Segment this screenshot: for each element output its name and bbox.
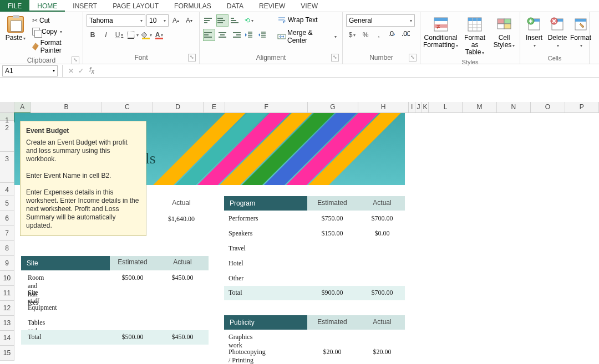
- cell: $450.00: [158, 333, 207, 341]
- enter-formula-button[interactable]: ✓: [78, 67, 84, 75]
- number-format-combo[interactable]: General▾: [346, 14, 415, 27]
- name-box[interactable]: A1▾: [2, 65, 58, 76]
- font-launcher[interactable]: ⤡: [188, 54, 196, 61]
- percent-button[interactable]: %: [359, 29, 372, 41]
- row-header-9[interactable]: 9: [0, 256, 14, 271]
- underline-button[interactable]: U▾: [113, 29, 125, 41]
- cancel-formula-button[interactable]: ✕: [68, 67, 74, 75]
- number-launcher[interactable]: ⤡: [409, 54, 417, 61]
- increase-decimal-button[interactable]: .0: [386, 29, 398, 41]
- comma-style-button[interactable]: ,: [373, 29, 385, 41]
- font-size-combo[interactable]: 10▾: [146, 14, 169, 27]
- row-header-3[interactable]: 3: [0, 152, 14, 183]
- row-header-7[interactable]: 7: [0, 226, 14, 241]
- increase-font-button[interactable]: A▴: [170, 14, 182, 27]
- section-header-program: Program: [224, 196, 307, 211]
- copy-button[interactable]: Copy▾: [30, 27, 79, 37]
- format-cells-button[interactable]: Format▾: [570, 14, 591, 50]
- col-header-C[interactable]: C: [102, 102, 153, 112]
- col-header-K[interactable]: K: [422, 102, 429, 112]
- cell: Estimated: [307, 318, 357, 326]
- cut-button[interactable]: ✂Cut: [30, 16, 79, 25]
- paste-button[interactable]: Paste▾: [3, 14, 28, 43]
- accounting-format-button[interactable]: $▾: [346, 29, 358, 41]
- tab-page-layout[interactable]: PAGE LAYOUT: [105, 0, 166, 12]
- orientation-button[interactable]: ⟲▾: [243, 14, 255, 27]
- tab-view[interactable]: VIEW: [293, 0, 326, 12]
- col-header-D[interactable]: D: [153, 102, 203, 112]
- tab-data[interactable]: DATA: [219, 0, 251, 12]
- col-header-G[interactable]: G: [308, 102, 358, 112]
- cell: Graphics work: [229, 333, 252, 350]
- col-header-J[interactable]: J: [415, 102, 422, 112]
- cell: Site staff: [28, 289, 39, 305]
- col-header-A[interactable]: A: [14, 102, 31, 112]
- align-left-button[interactable]: [203, 29, 215, 41]
- row-header-2[interactable]: 2: [0, 121, 14, 152]
- align-top-button[interactable]: [203, 14, 215, 27]
- section-header-publicity: Publicity: [224, 315, 307, 330]
- col-header-H[interactable]: H: [358, 102, 409, 112]
- row-header-13[interactable]: 13: [0, 316, 14, 331]
- row-header-4[interactable]: 4: [0, 183, 14, 196]
- clipboard-launcher[interactable]: ⤡: [72, 57, 79, 64]
- cell: Actual: [357, 318, 407, 326]
- row-header-6[interactable]: 6: [0, 211, 14, 226]
- decrease-indent-button[interactable]: [243, 29, 255, 41]
- tab-formulas[interactable]: FORMULAS: [166, 0, 219, 12]
- insert-icon: [525, 16, 543, 33]
- tab-file[interactable]: FILE: [0, 0, 29, 12]
- col-header-F[interactable]: F: [225, 102, 308, 112]
- fx-icon[interactable]: fx: [87, 66, 97, 75]
- col-header-B[interactable]: B: [31, 102, 103, 112]
- align-bottom-button[interactable]: [230, 14, 242, 27]
- row-header-12[interactable]: 12: [0, 301, 14, 316]
- row-header-15[interactable]: 15: [0, 346, 14, 361]
- font-name-combo[interactable]: Tahoma▾: [87, 14, 145, 27]
- sheet-grid[interactable]: 1 2 3 4 5 6 7 8 9 10 11 12 13 14 15: [0, 113, 599, 361]
- fill-color-button[interactable]: ▾: [140, 29, 152, 41]
- align-center-button[interactable]: [216, 29, 229, 41]
- delete-cells-button[interactable]: Delete▾: [547, 14, 568, 50]
- alignment-launcher[interactable]: ⤡: [331, 54, 339, 61]
- italic-button[interactable]: I: [100, 29, 112, 41]
- row-header-8[interactable]: 8: [0, 241, 14, 256]
- row-header-10[interactable]: 10: [0, 271, 14, 286]
- col-header-P[interactable]: P: [565, 102, 599, 112]
- insert-cells-button[interactable]: Insert▾: [524, 14, 545, 50]
- tab-home[interactable]: HOME: [29, 0, 65, 12]
- row-header-5[interactable]: 5: [0, 196, 14, 211]
- col-header-E[interactable]: E: [204, 102, 226, 112]
- format-painter-button[interactable]: Format Painter: [30, 38, 79, 55]
- col-header-M[interactable]: M: [463, 102, 496, 112]
- col-header-O[interactable]: O: [531, 102, 565, 112]
- align-middle-button[interactable]: [216, 14, 229, 27]
- format-as-table-button[interactable]: Format as Table▾: [460, 14, 490, 58]
- cell-styles-button[interactable]: Cell Styles▾: [492, 14, 516, 50]
- col-header-I[interactable]: I: [409, 102, 415, 112]
- wrap-text-button[interactable]: Wrap Text: [275, 14, 339, 25]
- cell: Travel: [229, 244, 246, 253]
- align-right-button[interactable]: [230, 29, 242, 41]
- font-color-button[interactable]: A▾: [153, 29, 165, 41]
- select-all-corner[interactable]: [0, 102, 14, 112]
- tab-review[interactable]: REVIEW: [251, 0, 293, 12]
- increase-indent-button[interactable]: [256, 29, 268, 41]
- row-header-14[interactable]: 14: [0, 331, 14, 346]
- tab-insert[interactable]: INSERT: [65, 0, 105, 12]
- merge-center-button[interactable]: Merge & Center▾: [275, 28, 339, 45]
- decrease-decimal-button[interactable]: .00: [399, 29, 412, 41]
- row-header-11[interactable]: 11: [0, 286, 14, 301]
- border-button[interactable]: ▾: [126, 29, 139, 41]
- decrease-font-button[interactable]: A▾: [183, 14, 195, 27]
- cell: $20.00: [307, 348, 357, 356]
- conditional-formatting-button[interactable]: ≠ Conditional Formatting▾: [424, 14, 458, 50]
- tab-bar: FILE HOME INSERT PAGE LAYOUT FORMULAS DA…: [0, 0, 599, 12]
- row-header-1[interactable]: 1: [0, 113, 14, 121]
- merge-icon: [277, 32, 286, 41]
- formula-input[interactable]: [97, 65, 599, 76]
- bold-button[interactable]: B: [87, 29, 99, 41]
- cell: $500.00: [108, 274, 158, 282]
- col-header-N[interactable]: N: [497, 102, 531, 112]
- col-header-L[interactable]: L: [429, 102, 463, 112]
